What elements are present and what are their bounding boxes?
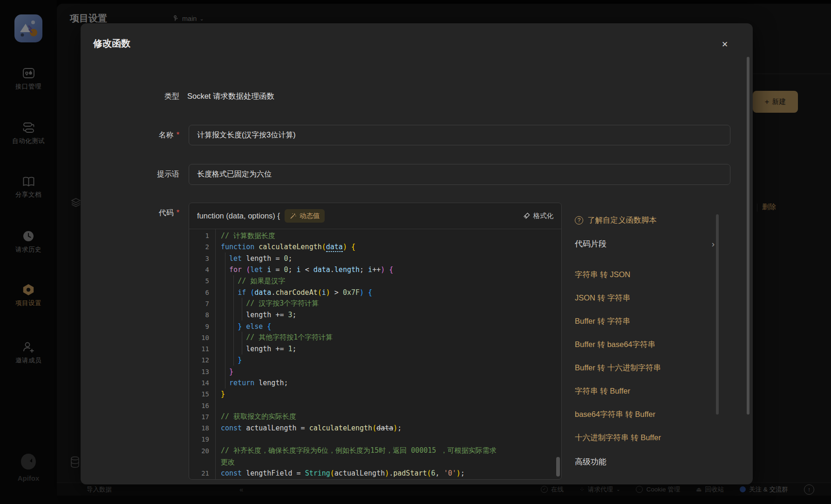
code-line[interactable]: 7 // 汉字按3个字符计算 <box>189 298 561 309</box>
code-line[interactable]: 3 let length = 0; <box>189 253 561 264</box>
code-text: } <box>215 356 242 364</box>
code-text: // 如果是汉字 <box>215 277 285 286</box>
question-circle-icon: ? <box>575 216 583 225</box>
snippet-item-8[interactable]: 十六进制字符串 转 Buffer <box>575 426 715 450</box>
code-line[interactable]: 20// 补齐长度，确保长度字段为6位，例如长度为15时，返回 000015 ，… <box>189 445 561 456</box>
code-text: return length; <box>215 379 288 387</box>
code-line[interactable]: 8 length += 3; <box>189 309 561 320</box>
indent-guide <box>242 332 242 354</box>
indent-guide <box>233 275 234 366</box>
line-number: 9 <box>189 323 215 330</box>
code-line[interactable]: 13 } <box>189 366 561 377</box>
code-text: length += 1; <box>215 345 297 353</box>
advanced-section-header: 高级功能 <box>575 456 606 467</box>
editor-body[interactable]: 1// 计算数据长度2function calculateLength(data… <box>189 229 561 479</box>
snippet-item-4[interactable]: Buffer 转 base64字符串 <box>575 333 715 356</box>
format-button[interactable]: 格式化 <box>523 211 554 220</box>
line-number: 6 <box>189 289 215 296</box>
code-line[interactable]: 16 <box>189 400 561 411</box>
code-line[interactable]: 19 <box>189 434 561 445</box>
required-asterisk: * <box>177 209 179 217</box>
line-number: 21 <box>189 470 215 477</box>
line-number: 18 <box>189 424 215 432</box>
editor-scrollbar[interactable] <box>556 457 560 477</box>
code-line[interactable]: 15} <box>189 388 561 400</box>
indent-guide <box>225 252 225 388</box>
code-text: 更改 <box>215 458 235 467</box>
name-label: 名称* <box>81 130 179 140</box>
format-broom-icon <box>523 212 530 219</box>
snippet-item-1[interactable]: 字符串 转 JSON <box>575 263 715 286</box>
magic-wand-icon <box>290 213 296 219</box>
line-number: 15 <box>189 390 215 398</box>
code-text: // 补齐长度，确保长度字段为6位，例如长度为15时，返回 000015 ，可根… <box>215 446 496 455</box>
line-number: 12 <box>189 356 215 364</box>
name-input[interactable] <box>189 125 730 145</box>
code-text: for (let i = 0; i < data.length; i++) { <box>215 266 393 274</box>
code-text: let length = 0; <box>215 254 293 263</box>
snippets-panel: ? 了解自定义函数脚本 代码片段 › 字符串 转 JSONJSON 转 字符串B… <box>570 210 728 482</box>
modal-title: 修改函数 <box>93 37 130 50</box>
snippets-scrollbar[interactable] <box>716 214 719 415</box>
line-number: 20 <box>189 447 215 455</box>
code-editor[interactable]: function (data, options) { 动态值 格式化 <box>189 203 562 480</box>
line-number: 11 <box>189 345 215 353</box>
chevron-right-icon: › <box>712 239 715 249</box>
dynamic-value-badge[interactable]: 动态值 <box>285 209 325 223</box>
snippets-group-header[interactable]: 代码片段 › <box>575 238 715 249</box>
snippet-item-2[interactable]: JSON 转 字符串 <box>575 286 715 310</box>
code-line[interactable]: 9 } else { <box>189 320 561 332</box>
code-line[interactable]: 18const actualLength = calculateLength(d… <box>189 422 561 434</box>
line-number: 10 <box>189 334 215 341</box>
snippet-item-3[interactable]: Buffer 转 字符串 <box>575 310 715 333</box>
code-text: length += 3; <box>215 311 297 319</box>
snippet-item-5[interactable]: Buffer 转 十六进制字符串 <box>575 356 715 380</box>
gutter-divider <box>215 229 216 479</box>
code-line[interactable]: 6 if (data.charCodeAt(i) > 0x7F) { <box>189 286 561 298</box>
line-number: 4 <box>189 266 215 273</box>
line-number: 16 <box>189 402 215 409</box>
line-number: 7 <box>189 300 215 307</box>
code-text: // 汉字按3个字符计算 <box>215 299 319 308</box>
code-text: // 其他字符按1个字符计算 <box>215 333 333 342</box>
code-line[interactable]: 1// 计算数据长度 <box>189 230 561 241</box>
function-signature: function (data, options) { <box>197 211 280 220</box>
code-text: const lengthField = String(actualLength)… <box>215 469 465 477</box>
line-number: 13 <box>189 368 215 375</box>
code-line[interactable]: 11 length += 1; <box>189 343 561 354</box>
hint-label: 提示语 <box>81 170 179 179</box>
code-line[interactable]: 14 return length; <box>189 377 561 388</box>
code-line[interactable]: 2function calculateLength(data) { <box>189 241 561 252</box>
code-line[interactable]: 10 // 其他字符按1个字符计算 <box>189 332 561 343</box>
code-lines: 1// 计算数据长度2function calculateLength(data… <box>189 230 561 479</box>
code-line[interactable]: 12 } <box>189 354 561 366</box>
indent-guide <box>242 298 242 320</box>
code-line[interactable]: 17// 获取报文的实际长度 <box>189 411 561 422</box>
code-text: } else { <box>215 322 271 331</box>
close-icon[interactable]: ✕ <box>718 37 732 51</box>
code-text: const actualLength = calculateLength(dat… <box>215 424 402 432</box>
code-text: // 获取报文的实际长度 <box>215 412 296 421</box>
code-text: } <box>215 368 233 376</box>
snippets-list: 字符串 转 JSONJSON 转 字符串Buffer 转 字符串Buffer 转… <box>575 263 715 450</box>
line-number: 17 <box>189 413 215 421</box>
type-value: Socket 请求数据处理函数 <box>187 91 274 102</box>
line-number: 1 <box>189 232 215 239</box>
edit-function-modal: 修改函数 ✕ 类型 Socket 请求数据处理函数 名称* 提示语 代码* fu… <box>81 23 753 484</box>
code-line[interactable]: 更改 <box>189 456 561 468</box>
line-number: 3 <box>189 255 215 262</box>
line-number: 19 <box>189 436 215 443</box>
editor-header: function (data, options) { 动态值 格式化 <box>189 203 561 229</box>
hint-input[interactable] <box>189 164 730 185</box>
snippet-item-7[interactable]: base64字符串 转 Buffer <box>575 403 715 426</box>
line-number: 2 <box>189 243 215 251</box>
modal-scrollbar[interactable] <box>747 57 749 415</box>
line-number: 8 <box>189 311 215 319</box>
code-line[interactable]: 21const lengthField = String(actualLengt… <box>189 468 561 479</box>
code-line[interactable]: 4 for (let i = 0; i < data.length; i++) … <box>189 264 561 275</box>
line-number: 14 <box>189 379 215 387</box>
code-text: if (data.charCodeAt(i) > 0x7F) { <box>215 288 372 297</box>
code-line[interactable]: 5 // 如果是汉字 <box>189 275 561 286</box>
help-link[interactable]: ? 了解自定义函数脚本 <box>575 215 657 225</box>
snippet-item-6[interactable]: 字符串 转 Buffer <box>575 380 715 403</box>
